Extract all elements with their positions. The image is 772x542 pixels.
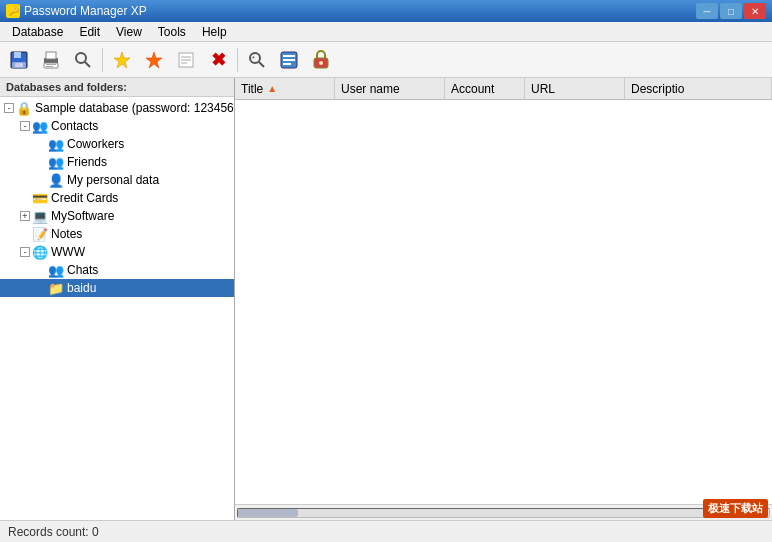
- svg-line-18: [259, 62, 264, 67]
- main-layout: Databases and folders: - 🔒 Sample databa…: [0, 78, 772, 520]
- toolbar: ✖ *: [0, 42, 772, 78]
- new-star2-button[interactable]: [139, 46, 169, 74]
- tree-item-chats[interactable]: 👥 Chats: [0, 261, 234, 279]
- mysoftware-label: MySoftware: [51, 209, 114, 223]
- notes-label: Notes: [51, 227, 82, 241]
- baidu-icon: 📁: [48, 280, 64, 296]
- tree-item-coworkers[interactable]: 👥 Coworkers: [0, 135, 234, 153]
- menu-item-help[interactable]: Help: [194, 23, 235, 41]
- tree-item-www[interactable]: - 🌐 WWW: [0, 243, 234, 261]
- new-star-button[interactable]: [107, 46, 137, 74]
- menu-item-database[interactable]: Database: [4, 23, 71, 41]
- svg-rect-22: [283, 59, 295, 61]
- title-bar-text: Password Manager XP: [24, 4, 696, 18]
- separator-2: [237, 48, 238, 72]
- h-scrollbar-area[interactable]: [235, 504, 772, 520]
- svg-rect-8: [46, 66, 53, 67]
- credit-cards-icon: 💳: [32, 190, 48, 206]
- menu-bar: DatabaseEditViewToolsHelp: [0, 22, 772, 42]
- h-scrollbar-thumb[interactable]: [238, 509, 298, 517]
- status-text: Records count: 0: [8, 525, 99, 539]
- menu-item-edit[interactable]: Edit: [71, 23, 108, 41]
- expand-mysoftware[interactable]: +: [20, 211, 30, 221]
- svg-rect-6: [44, 63, 58, 68]
- minimize-button[interactable]: ─: [696, 3, 718, 19]
- h-scrollbar-track[interactable]: [237, 508, 770, 518]
- edit-button[interactable]: [171, 46, 201, 74]
- tree-item-contacts[interactable]: - 👥 Contacts: [0, 117, 234, 135]
- panel-header: Databases and folders:: [0, 78, 234, 97]
- title-bar-controls: ─ □ ✕: [696, 3, 766, 19]
- status-bar: Records count: 0: [0, 520, 772, 542]
- tree-item-credit-cards[interactable]: 💳 Credit Cards: [0, 189, 234, 207]
- title-bar: 🔑 Password Manager XP ─ □ ✕: [0, 0, 772, 22]
- tree-item-mysoftware[interactable]: + 💻 MySoftware: [0, 207, 234, 225]
- find-button[interactable]: *: [242, 46, 272, 74]
- friends-icon: 👥: [48, 154, 64, 170]
- tree-item-friends[interactable]: 👥 Friends: [0, 153, 234, 171]
- menu-item-tools[interactable]: Tools: [150, 23, 194, 41]
- expand-www[interactable]: -: [20, 247, 30, 257]
- col-header-title[interactable]: Title ▲: [235, 78, 335, 99]
- left-panel: Databases and folders: - 🔒 Sample databa…: [0, 78, 235, 520]
- db-root-label: Sample database (password: 12345678): [35, 101, 234, 115]
- svg-point-9: [76, 53, 86, 63]
- svg-rect-21: [283, 55, 295, 57]
- expand-db-root[interactable]: -: [4, 103, 14, 113]
- svg-rect-1: [14, 52, 21, 58]
- col-username-label: User name: [341, 82, 400, 96]
- close-button[interactable]: ✕: [744, 3, 766, 19]
- col-account-label: Account: [451, 82, 494, 96]
- maximize-button[interactable]: □: [720, 3, 742, 19]
- search-button[interactable]: [68, 46, 98, 74]
- table-body: [235, 100, 772, 504]
- svg-point-25: [319, 61, 323, 65]
- svg-line-10: [85, 62, 90, 67]
- password-gen-button[interactable]: [306, 46, 336, 74]
- svg-rect-7: [46, 64, 56, 65]
- separator-1: [102, 48, 103, 72]
- tree-item-db-root[interactable]: - 🔒 Sample database (password: 12345678): [0, 99, 234, 117]
- col-header-account[interactable]: Account: [445, 78, 525, 99]
- col-desc-label: Descriptio: [631, 82, 684, 96]
- credit-cards-label: Credit Cards: [51, 191, 118, 205]
- tree-view[interactable]: - 🔒 Sample database (password: 12345678)…: [0, 97, 234, 520]
- col-url-label: URL: [531, 82, 555, 96]
- col-title-label: Title: [241, 82, 263, 96]
- mysoftware-icon: 💻: [32, 208, 48, 224]
- save-button[interactable]: [4, 46, 34, 74]
- coworkers-label: Coworkers: [67, 137, 124, 151]
- expand-contacts[interactable]: -: [20, 121, 30, 131]
- tree-item-notes[interactable]: 📝 Notes: [0, 225, 234, 243]
- app-icon: 🔑: [6, 4, 20, 18]
- personal-label: My personal data: [67, 173, 159, 187]
- notes-icon: 📝: [32, 226, 48, 242]
- options-button[interactable]: [274, 46, 304, 74]
- www-label: WWW: [51, 245, 85, 259]
- contacts-label: Contacts: [51, 119, 98, 133]
- chats-icon: 👥: [48, 262, 64, 278]
- svg-text:*: *: [252, 55, 255, 62]
- svg-rect-23: [283, 63, 291, 65]
- tree-item-personal[interactable]: 👤 My personal data: [0, 171, 234, 189]
- print-button[interactable]: [36, 46, 66, 74]
- right-panel: Title ▲ User name Account URL Descriptio: [235, 78, 772, 520]
- delete-button[interactable]: ✖: [203, 46, 233, 74]
- contacts-icon: 👥: [32, 118, 48, 134]
- col-header-url[interactable]: URL: [525, 78, 625, 99]
- svg-rect-5: [46, 52, 56, 59]
- db-icon: 🔒: [16, 100, 32, 116]
- svg-rect-3: [15, 63, 23, 67]
- svg-marker-11: [114, 52, 130, 68]
- table-header: Title ▲ User name Account URL Descriptio: [235, 78, 772, 100]
- sort-arrow-title: ▲: [267, 83, 277, 94]
- chats-label: Chats: [67, 263, 98, 277]
- tree-item-baidu[interactable]: 📁 baidu: [0, 279, 234, 297]
- col-header-username[interactable]: User name: [335, 78, 445, 99]
- www-icon: 🌐: [32, 244, 48, 260]
- svg-marker-12: [146, 52, 162, 68]
- friends-label: Friends: [67, 155, 107, 169]
- col-header-desc[interactable]: Descriptio: [625, 78, 772, 99]
- personal-icon: 👤: [48, 172, 64, 188]
- menu-item-view[interactable]: View: [108, 23, 150, 41]
